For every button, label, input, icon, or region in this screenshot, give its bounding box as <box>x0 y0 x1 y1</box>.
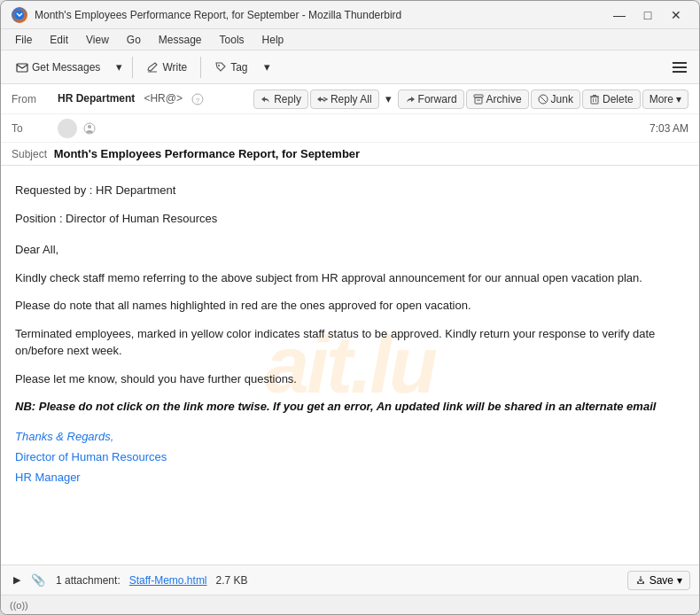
reply-all-icon <box>317 94 328 105</box>
to-value <box>58 119 642 138</box>
expand-from-icon[interactable]: ? <box>191 93 204 105</box>
attachment-bar: ▶ 📎 1 attachment: Staff-Memo.html 2.7 KB… <box>1 564 699 595</box>
hamburger-line-1 <box>673 62 687 64</box>
window-controls: — □ ✕ <box>607 5 688 25</box>
from-row: From HR Department <HR@> ? Rep <box>1 84 699 114</box>
forward-icon <box>405 94 416 105</box>
from-value: HR Department <HR@> ? <box>58 92 253 105</box>
reply-dropdown[interactable]: ▾ <box>381 88 396 110</box>
para3: Terminated employees, marked in yellow c… <box>15 325 685 360</box>
get-messages-dropdown[interactable]: ▾ <box>112 56 127 78</box>
reply-icon <box>261 94 271 105</box>
forward-button[interactable]: Forward <box>398 90 464 109</box>
para2: Please do note that all names highlighte… <box>15 297 685 315</box>
separator <box>132 57 133 78</box>
write-button[interactable]: Write <box>138 57 195 78</box>
title-bar: Month's Employees Performance Report, fo… <box>1 1 699 29</box>
email-time: 7:03 AM <box>649 122 688 135</box>
svg-point-17 <box>88 125 91 128</box>
toolbar: Get Messages ▾ Write Tag ▾ <box>1 51 699 84</box>
position-label: Position <box>15 212 56 225</box>
reply-button[interactable]: Reply <box>253 90 308 109</box>
get-messages-label: Get Messages <box>32 61 100 74</box>
svg-line-10 <box>540 96 546 102</box>
close-button[interactable]: ✕ <box>664 5 688 25</box>
tag-button[interactable]: Tag <box>206 57 255 78</box>
requested-by-value: : HR Department <box>89 183 176 197</box>
tag-dropdown[interactable]: ▾ <box>260 56 275 78</box>
window-title: Month's Employees Performance Report, fo… <box>35 9 607 21</box>
attachment-info: 1 attachment: Staff-Memo.html 2.7 KB <box>56 574 620 587</box>
more-dropdown-arrow: ▾ <box>676 93 681 105</box>
position-line: Position : Director of Human Resources <box>15 210 685 228</box>
menu-edit[interactable]: Edit <box>43 32 75 48</box>
minimize-button[interactable]: — <box>607 5 632 25</box>
subject-value: Month's Employees Performance Report, fo… <box>54 147 361 160</box>
reply-all-label: Reply All <box>331 93 372 105</box>
expand-button[interactable]: ▶ <box>10 572 24 588</box>
hamburger-menu[interactable] <box>667 55 692 80</box>
paperclip-icon: 📎 <box>31 573 45 587</box>
para4: Please let me know, should you have furt… <box>15 370 685 388</box>
bottom-bar: ((o)) <box>1 595 699 614</box>
save-button[interactable]: Save ▾ <box>627 571 690 590</box>
email-header: From HR Department <HR@> ? Rep <box>1 84 699 166</box>
greeting: Dear All, <box>15 241 685 259</box>
save-dropdown-arrow[interactable]: ▾ <box>677 574 682 587</box>
subject-row: Subject Month's Employees Performance Re… <box>1 143 699 165</box>
director-text: Director of Human Resources <box>15 450 685 463</box>
svg-text:?: ? <box>196 97 200 105</box>
hr-manager-text: HR Manager <box>15 471 685 484</box>
archive-icon <box>473 94 484 105</box>
menu-bar: File Edit View Go Message Tools Help <box>1 29 699 51</box>
nb-text: NB: Please do not click on the link more… <box>15 398 685 416</box>
requested-by-label: Requested by <box>15 183 86 197</box>
main-window: Month's Employees Performance Report, fo… <box>0 0 700 615</box>
get-messages-button[interactable]: Get Messages <box>8 57 108 78</box>
email-body: ait.lu Requested by : HR Department Posi… <box>1 166 699 564</box>
reply-label: Reply <box>274 93 301 105</box>
email-actions: Reply Reply All ▾ Forward <box>253 88 688 110</box>
junk-icon <box>538 94 548 105</box>
wifi-icon: ((o)) <box>10 600 28 611</box>
separator2 <box>200 57 201 78</box>
delete-button[interactable]: Delete <box>582 90 641 109</box>
more-button[interactable]: More ▾ <box>642 90 688 109</box>
hamburger-line-3 <box>673 71 687 73</box>
thanks-text: Thanks & Regards, <box>15 430 685 443</box>
menu-help[interactable]: Help <box>255 32 292 48</box>
menu-go[interactable]: Go <box>120 32 148 48</box>
attachment-size: 2.7 KB <box>216 574 248 587</box>
to-label: To <box>12 122 58 135</box>
save-icon <box>635 575 646 586</box>
junk-button[interactable]: Junk <box>531 90 580 109</box>
save-label: Save <box>649 574 673 587</box>
subject-label: Subject <box>12 148 47 160</box>
menu-file[interactable]: File <box>8 32 39 48</box>
delete-label: Delete <box>603 93 634 105</box>
junk-label: Junk <box>551 93 573 105</box>
reply-all-button[interactable]: Reply All <box>310 90 379 109</box>
maximize-button[interactable]: □ <box>635 5 660 25</box>
hamburger-line-2 <box>673 66 687 68</box>
attachment-filename[interactable]: Staff-Memo.html <box>129 574 207 587</box>
recipient-avatar <box>58 119 77 138</box>
from-email: <HR@> <box>144 92 185 105</box>
to-row: To 7:03 AM <box>1 114 699 143</box>
write-label: Write <box>162 61 187 74</box>
tag-icon <box>214 61 227 74</box>
tag-label: Tag <box>230 61 247 74</box>
write-icon <box>146 61 159 74</box>
menu-message[interactable]: Message <box>152 32 209 48</box>
para1: Kindly check staff memo referring to the… <box>15 269 685 287</box>
from-label: From <box>12 93 58 105</box>
menu-view[interactable]: View <box>79 32 116 48</box>
archive-button[interactable]: Archive <box>466 90 529 109</box>
svg-rect-11 <box>591 97 598 104</box>
get-messages-icon <box>16 61 28 74</box>
menu-tools[interactable]: Tools <box>213 32 252 48</box>
from-name: HR Department <box>58 92 135 105</box>
recipient-profile-icon[interactable] <box>83 122 96 135</box>
app-icon <box>12 7 27 23</box>
forward-label: Forward <box>418 93 457 105</box>
